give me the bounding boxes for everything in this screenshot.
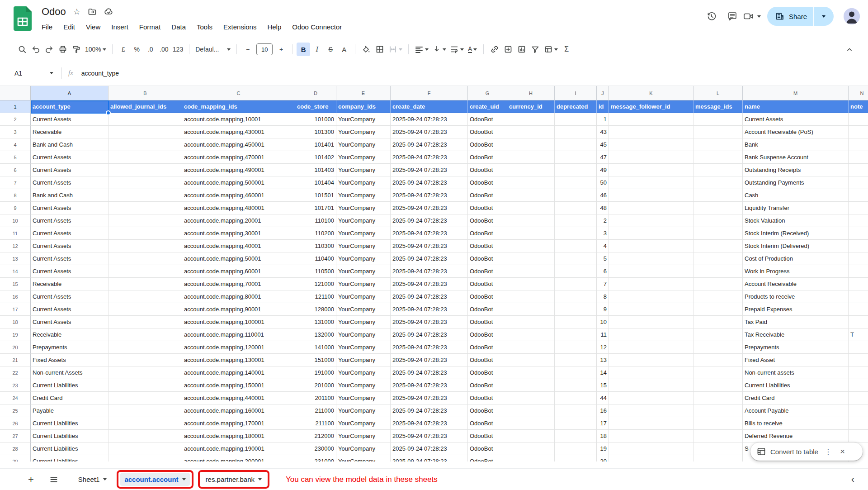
text-rotation-button[interactable]: A — [466, 43, 479, 56]
row-number-22[interactable]: 22 — [0, 366, 31, 379]
cell-N3[interactable] — [849, 126, 868, 138]
cell-N22[interactable] — [849, 366, 868, 379]
cell-M26[interactable]: Bills to receive — [743, 417, 849, 430]
sheets-logo-icon[interactable] — [14, 6, 32, 31]
cell-J8[interactable]: 46 — [597, 189, 609, 202]
row-number-19[interactable]: 19 — [0, 328, 31, 341]
cell-A21[interactable]: Fixed Assets — [31, 354, 108, 366]
cell-I26[interactable] — [555, 417, 597, 430]
cell-M25[interactable]: Account Payable — [743, 404, 849, 417]
cell-N27[interactable] — [849, 430, 868, 442]
cell-H10[interactable] — [507, 214, 555, 227]
cell-B5[interactable] — [108, 151, 182, 164]
cell-I1[interactable]: deprecated — [555, 100, 597, 113]
name-box-dropdown-icon[interactable] — [50, 72, 53, 74]
cell-K2[interactable] — [609, 113, 693, 126]
cell-C17[interactable]: account.code.mapping,90001 — [182, 303, 295, 316]
sheet-tab-account-account[interactable]: account.account — [120, 473, 190, 486]
cell-J15[interactable]: 7 — [597, 278, 609, 290]
cell-E22[interactable]: YourCompany — [336, 366, 391, 379]
cell-A18[interactable]: Current Assets — [31, 316, 108, 328]
menu-file[interactable]: File — [42, 23, 52, 31]
cell-C29[interactable]: account.code.mapping,200001 — [182, 455, 295, 461]
column-header-B[interactable]: B — [108, 86, 182, 100]
cell-E9[interactable]: YourCompany — [336, 202, 391, 214]
strikethrough-button[interactable]: S — [324, 43, 337, 56]
cell-K17[interactable] — [609, 303, 693, 316]
increase-decimal-button[interactable]: .00 — [157, 43, 171, 56]
cell-L2[interactable] — [693, 113, 743, 126]
cell-M12[interactable]: Stock Interim (Delivered) — [743, 240, 849, 252]
row-number-16[interactable]: 16 — [0, 290, 31, 303]
cell-G29[interactable]: OdooBot — [468, 455, 507, 461]
cell-C24[interactable]: account.code.mapping,440001 — [182, 392, 295, 404]
select-all-corner[interactable] — [0, 86, 31, 100]
more-formats-button[interactable]: 123 — [171, 43, 185, 56]
popup-close-icon[interactable]: × — [838, 447, 847, 457]
cell-E11[interactable]: YourCompany — [336, 227, 391, 240]
spreadsheet-grid[interactable]: ABCDEFGHIJKLMN 1account_typeallowed_jour… — [0, 86, 868, 461]
vertical-align-button[interactable] — [430, 43, 448, 56]
cell-J2[interactable]: 1 — [597, 113, 609, 126]
cell-L7[interactable] — [693, 176, 743, 189]
column-header-C[interactable]: C — [182, 86, 295, 100]
cell-K20[interactable] — [609, 341, 693, 354]
cell-E26[interactable]: YourCompany — [336, 417, 391, 430]
cell-H8[interactable] — [507, 189, 555, 202]
cell-G9[interactable]: OdooBot — [468, 202, 507, 214]
row-number-3[interactable]: 3 — [0, 126, 31, 138]
column-header-K[interactable]: K — [609, 86, 693, 100]
menu-data[interactable]: Data — [171, 23, 186, 31]
cell-A11[interactable]: Current Assets — [31, 227, 108, 240]
cell-D22[interactable]: 191000 — [295, 366, 336, 379]
cell-G24[interactable]: OdooBot — [468, 392, 507, 404]
cell-K27[interactable] — [609, 430, 693, 442]
cell-D15[interactable]: 121000 — [295, 278, 336, 290]
cell-L29[interactable] — [693, 455, 743, 461]
cell-I14[interactable] — [555, 265, 597, 278]
cell-D21[interactable]: 151000 — [295, 354, 336, 366]
column-header-N[interactable]: N — [849, 86, 868, 100]
cell-F2[interactable]: 2025-09-24 07:28:23 — [391, 113, 468, 126]
cell-M13[interactable]: Cost of Production — [743, 252, 849, 265]
menu-odoo-connector[interactable]: Odoo Connector — [292, 23, 342, 31]
cell-L27[interactable] — [693, 430, 743, 442]
cell-F25[interactable]: 2025-09-24 07:28:23 — [391, 404, 468, 417]
move-folder-icon[interactable] — [88, 7, 97, 16]
cell-A3[interactable]: Receivable — [31, 126, 108, 138]
cell-F8[interactable]: 2025-09-24 07:28:23 — [391, 189, 468, 202]
cell-C22[interactable]: account.code.mapping,140001 — [182, 366, 295, 379]
cell-A7[interactable]: Current Assets — [31, 176, 108, 189]
row-number-4[interactable]: 4 — [0, 138, 31, 151]
cell-E6[interactable]: YourCompany — [336, 164, 391, 176]
cell-I23[interactable] — [555, 379, 597, 392]
cell-H17[interactable] — [507, 303, 555, 316]
cell-G20[interactable]: OdooBot — [468, 341, 507, 354]
cell-N16[interactable] — [849, 290, 868, 303]
cell-H26[interactable] — [507, 417, 555, 430]
horizontal-align-button[interactable] — [413, 43, 430, 56]
cell-M1[interactable]: name — [743, 100, 849, 113]
cell-M23[interactable]: Current Liabilities — [743, 379, 849, 392]
row-number-1[interactable]: 1 — [0, 100, 31, 113]
cell-L21[interactable] — [693, 354, 743, 366]
cell-N5[interactable] — [849, 151, 868, 164]
cell-H7[interactable] — [507, 176, 555, 189]
cell-H23[interactable] — [507, 379, 555, 392]
insert-link-icon[interactable] — [488, 43, 501, 56]
menu-format[interactable]: Format — [139, 23, 161, 31]
cell-K4[interactable] — [609, 138, 693, 151]
cell-C10[interactable]: account.code.mapping,20001 — [182, 214, 295, 227]
cell-F7[interactable]: 2025-09-24 07:28:23 — [391, 176, 468, 189]
column-header-E[interactable]: E — [336, 86, 391, 100]
cell-A23[interactable]: Current Liabilities — [31, 379, 108, 392]
cell-B26[interactable] — [108, 417, 182, 430]
cell-F10[interactable]: 2025-09-24 07:28:23 — [391, 214, 468, 227]
text-wrap-button[interactable] — [448, 43, 466, 56]
row-number-21[interactable]: 21 — [0, 354, 31, 366]
cell-E20[interactable]: YourCompany — [336, 341, 391, 354]
cell-C27[interactable]: account.code.mapping,180001 — [182, 430, 295, 442]
cell-G4[interactable]: OdooBot — [468, 138, 507, 151]
cell-D7[interactable]: 101404 — [295, 176, 336, 189]
cell-F26[interactable]: 2025-09-24 07:28:23 — [391, 417, 468, 430]
